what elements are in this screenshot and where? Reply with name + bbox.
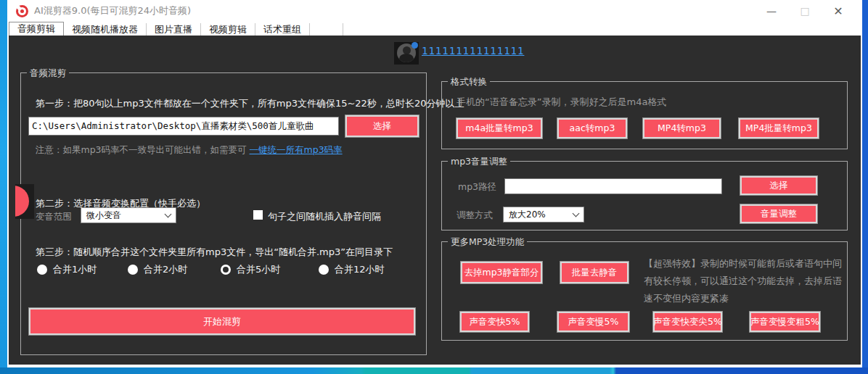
silence-gap-checkbox[interactable] — [253, 210, 263, 220]
desktop-background-left — [0, 0, 7, 374]
avatar[interactable] — [394, 42, 419, 65]
adjust-mode-dropdown[interactable]: 放大20% — [503, 207, 584, 223]
format-convert-group-title: 格式转换 — [448, 75, 490, 88]
desktop-background-right — [862, 0, 868, 374]
tab-video-edit[interactable]: 视频剪辑 — [201, 23, 255, 36]
more-functions-group-title: 更多MP3处理功能 — [448, 236, 527, 248]
m4a-batch-to-mp3-button[interactable]: m4a批量转mp3 — [456, 118, 542, 138]
merge-option-2h[interactable]: 合并2小时 — [128, 263, 187, 276]
maximize-button[interactable]: □ — [788, 0, 822, 22]
bitrate-note-text: 注意：如果mp3码率不一致导出可能出错，如需要可 — [36, 144, 250, 155]
choose-folder-button[interactable]: 选择 — [345, 115, 419, 137]
bitrate-note: 注意：如果mp3码率不一致导出可能出错，如需要可 一键统一所有mp3码率 — [36, 144, 343, 157]
mp3-path-label: mp3路径 — [458, 181, 496, 194]
volume-adjust-button[interactable]: 音量调整 — [740, 204, 817, 223]
chevron-down-icon — [165, 210, 172, 217]
tab-video-random-player[interactable]: 视频随机播放器 — [64, 23, 147, 36]
slower-deeper-5-button[interactable]: 声音变慢变粗5% — [750, 312, 820, 332]
merge-option-12h[interactable]: 合并12小时 — [319, 263, 385, 276]
close-button[interactable]: ✕ — [822, 0, 855, 22]
radio-icon[interactable] — [319, 265, 329, 275]
user-id-link[interactable]: 111111111111111 — [422, 45, 524, 57]
volume-adjust-group: mp3音量调整 mp3路径 选择 调整方式 放大20% 音量调整 — [441, 161, 848, 230]
app-logo-icon — [16, 5, 28, 17]
super-effect-note: 【超强特效】录制的时候可能前后或者语句中间有较长停顿，可以通过这个功能去掉，去掉… — [644, 255, 846, 307]
mp3-folder-path-input[interactable] — [28, 117, 339, 136]
tab-script-remix[interactable]: 话术重组 — [255, 23, 310, 36]
batch-remove-silence-button[interactable]: 批量去静音 — [560, 262, 629, 283]
step3-text: 第三步：随机顺序合并这个文件夹里所有mp3文件，导出“随机合并.mp3”在同目录… — [36, 246, 393, 259]
more-functions-group: 更多MP3处理功能 去掉mp3静音部分 批量去静音 【超强特效】录制的时候可能前… — [441, 241, 848, 341]
faster-sharper-5-button[interactable]: 声音变快变尖5% — [653, 312, 722, 332]
window-controls: — □ ✕ — [755, 0, 855, 22]
adjust-mode-value: 放大20% — [509, 209, 546, 221]
chevron-down-icon — [573, 209, 580, 217]
unify-bitrate-link[interactable]: 一键统一所有mp3码率 — [250, 144, 343, 155]
adjust-mode-label: 调整方式 — [456, 209, 493, 222]
tab-bar: 音频剪辑 视频随机播放器 图片直播 视频剪辑 话术重组 — [7, 22, 862, 36]
title-bar: AI混剪器9.0(每日可混剪24小时音频) — □ ✕ — [7, 0, 862, 22]
format-convert-group: 格式转换 手机的“语音备忘录”录制，录制好之后是m4a格式 m4a批量转mp3 … — [441, 81, 848, 149]
format-convert-hint: 手机的“语音备忘录”录制，录制好之后是m4a格式 — [456, 96, 666, 109]
window-title: AI混剪器9.0(每日可混剪24小时音频) — [34, 4, 191, 17]
merge-option-5h[interactable]: 合并5小时 — [221, 263, 280, 276]
mp4-to-mp3-button[interactable]: MP4转mp3 — [643, 118, 721, 138]
voice-range-label: 变音范围 — [36, 211, 72, 223]
red-ball-decoration — [15, 184, 34, 219]
step1-text: 第一步：把80句以上mp3文件都放在一个文件夹下，所有mp3文件确保15~22秒… — [36, 97, 464, 110]
start-mix-button[interactable]: 开始混剪 — [29, 308, 415, 335]
voice-range-value: 微小变音 — [86, 209, 121, 222]
tab-image-live[interactable]: 图片直播 — [147, 23, 201, 36]
tab-audio-edit[interactable]: 音频剪辑 — [9, 22, 64, 36]
speed-up-5-button[interactable]: 声音变快5% — [460, 312, 529, 332]
radio-icon[interactable] — [128, 265, 138, 275]
mp4-batch-to-mp3-button[interactable]: MP4批量转mp3 — [739, 118, 819, 138]
taskbar-strip — [0, 367, 868, 374]
volume-adjust-group-title: mp3音量调整 — [448, 155, 510, 167]
audio-mix-group-title: 音频混剪 — [27, 67, 69, 79]
audio-mix-group: 音频混剪 第一步：把80句以上mp3文件都放在一个文件夹下，所有mp3文件确保1… — [20, 72, 427, 355]
silence-gap-label: 句子之间随机插入静音间隔 — [268, 210, 381, 223]
mp3-path-input[interactable] — [504, 178, 722, 194]
voice-range-dropdown[interactable]: 微小变音 — [81, 207, 176, 223]
minimize-button[interactable]: — — [755, 0, 788, 22]
app-window: AI混剪器9.0(每日可混剪24小时音频) — □ ✕ 音频剪辑 视频随机播放器… — [7, 0, 862, 367]
remove-mp3-silence-button[interactable]: 去掉mp3静音部分 — [461, 262, 542, 283]
volume-choose-button[interactable]: 选择 — [740, 176, 817, 195]
avatar-badge-icon — [412, 42, 418, 49]
aac-to-mp3-button[interactable]: aac转mp3 — [557, 118, 627, 138]
main-panel: 111111111111111 音频混剪 第一步：把80句以上mp3文件都放在一… — [9, 36, 861, 365]
slow-down-5-button[interactable]: 声音变慢5% — [557, 312, 629, 332]
merge-option-1h[interactable]: 合并1小时 — [37, 263, 97, 276]
radio-icon[interactable] — [37, 265, 47, 275]
tab-empty-stub — [310, 23, 343, 36]
radio-icon[interactable] — [221, 265, 231, 275]
